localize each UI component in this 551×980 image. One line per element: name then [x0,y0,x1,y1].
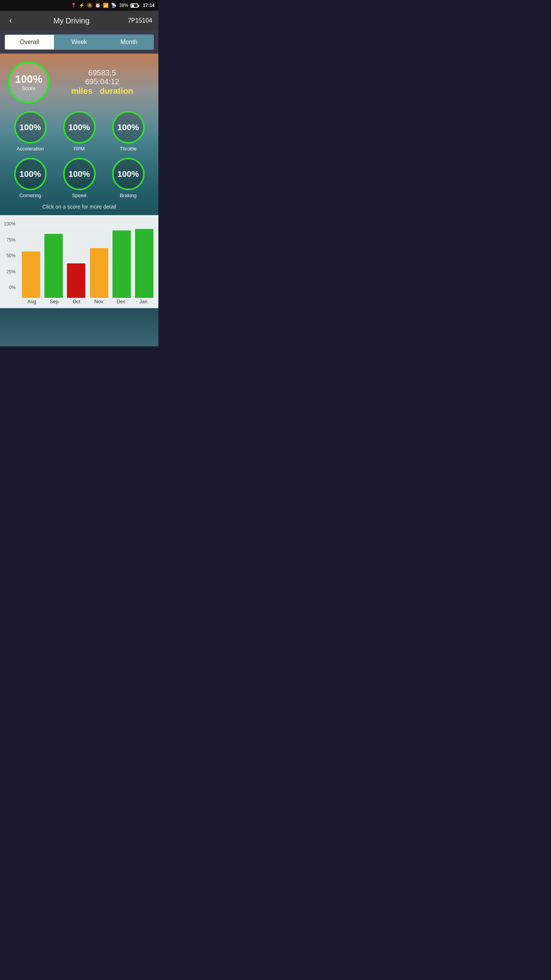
metric-braking[interactable]: 100% Braking [106,158,151,198]
y-label-0: 0% [9,285,15,290]
bottom-space [0,308,158,346]
bar-aug [22,252,40,298]
metric-acceleration[interactable]: 100% Acceleration [8,111,53,152]
score-value: 100% [15,73,42,85]
battery-icon [130,3,138,8]
tab-month[interactable]: Month [104,34,154,50]
header-title: My Driving [53,16,89,25]
silent-icon: 🔕 [87,3,93,8]
metrics-grid: 100% Acceleration 100% RPM 100% Throttle… [0,107,158,201]
signal-icon: 📡 [111,3,117,8]
battery-percent: 38% [119,3,128,8]
x-axis: AugSepOctNovDecJan [4,299,155,304]
tab-bar: Overall Week Month [0,31,158,54]
metric-rpm[interactable]: 100% RPM [57,111,102,152]
x-label-sep: Sep [43,299,65,304]
tab-overall[interactable]: Overall [5,34,54,50]
score-section: 100% Score 69583,5 695:04:12 miles durat… [0,54,158,107]
score-label: Score [22,85,36,91]
x-label-nov: Nov [88,299,110,304]
bar-dec [112,230,131,298]
chart-section: 100% 75% 50% 25% 0% AugSepOctNovDecJan [0,215,158,308]
unit-label: miles duration [71,86,134,96]
tab-week[interactable]: Week [54,34,104,50]
y-label-75: 75% [7,237,16,243]
bluetooth-icon: ⚡ [79,3,85,8]
status-bar: 📍 ⚡ 🔕 ⏰ 📶 📡 38% 17:14 [0,0,158,11]
metric-speed[interactable]: 100% Speed [57,158,102,198]
x-label-dec: Dec [110,299,132,304]
score-circle[interactable]: 100% Score [8,61,50,103]
x-label-jan: Jan [132,299,155,304]
metric-throttle[interactable]: 100% Throttle [106,111,151,152]
x-label-oct: Oct [65,299,88,304]
chart-area: 100% 75% 50% 25% 0% [4,221,155,298]
bar-jan [135,229,153,298]
device-id: 7P15104 [128,17,152,24]
bar-group-dec[interactable] [111,230,132,298]
bar-nov [90,248,108,298]
app-header: ‹ My Driving 7P15104 [0,11,158,31]
duration-value: 695:04:12 [85,77,119,86]
wifi-icon: 📶 [103,3,109,8]
back-button[interactable]: ‹ [6,14,15,27]
bars-container [21,229,155,298]
bar-group-sep[interactable] [43,234,64,298]
main-content: 100% Score 69583,5 695:04:12 miles durat… [0,54,158,308]
y-label-100: 100% [4,221,16,227]
bar-sep [44,234,63,298]
bar-oct [67,263,85,298]
click-hint: Click on a score for more detail [0,201,158,215]
status-time: 17:14 [143,3,155,8]
y-label-25: 25% [7,269,16,274]
location-icon: 📍 [71,3,77,8]
metric-cornering[interactable]: 100% Cornering [8,158,53,198]
miles-value: 69583,5 [88,69,116,77]
x-label-aug: Aug [21,299,43,304]
bar-group-aug[interactable] [21,252,41,298]
bar-group-oct[interactable] [66,263,86,298]
y-label-50: 50% [7,253,16,258]
bar-group-nov[interactable] [89,248,109,298]
bar-group-jan[interactable] [134,229,155,298]
y-axis: 100% 75% 50% 25% 0% [4,221,18,290]
stats-right: 69583,5 695:04:12 miles duration [54,65,151,100]
alarm-icon: ⏰ [95,3,101,8]
